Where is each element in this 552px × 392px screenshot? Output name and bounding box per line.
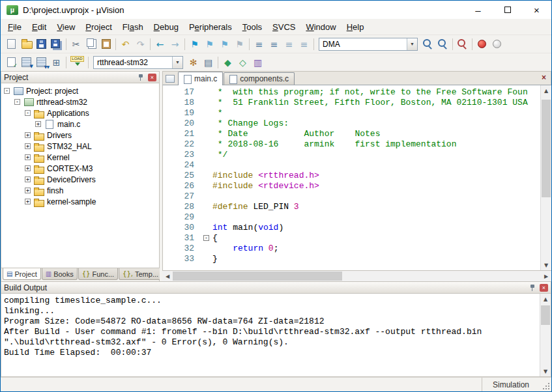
line-number[interactable]: 31 <box>163 233 202 244</box>
panel-tab-func[interactable]: {}Func... <box>78 268 118 280</box>
build-vscroll-track[interactable] <box>540 304 551 366</box>
code-line[interactable]: 21 * Date Author Notes <box>163 129 540 139</box>
line-number[interactable]: 21 <box>163 129 202 139</box>
editor-hscroll-thumb[interactable] <box>173 272 342 281</box>
rebuild-icon[interactable] <box>34 55 49 69</box>
expand-icon[interactable]: + <box>25 165 31 171</box>
document-windows-icon[interactable] <box>166 75 175 83</box>
close-icon[interactable]: × <box>540 284 548 292</box>
fold-collapse-icon[interactable]: - <box>203 235 209 241</box>
minimize-button[interactable]: – <box>463 1 493 19</box>
code-editor[interactable]: 17 * with this program; if not, write to… <box>163 85 540 270</box>
next-bookmark-icon[interactable]: ⚑ <box>217 37 232 51</box>
line-number[interactable]: 24 <box>163 160 202 171</box>
collapse-icon[interactable]: - <box>14 99 20 105</box>
project-tree[interactable]: -Project: project-rtthread-stm32-Applica… <box>1 83 160 268</box>
indent-left-icon[interactable]: ≡ <box>252 37 267 51</box>
panel-tab-books[interactable]: ▥Books <box>42 268 78 280</box>
undo-icon[interactable]: ↶ <box>118 37 133 51</box>
menu-item-flash[interactable]: Flash <box>117 21 149 33</box>
editor-tab-components-c[interactable]: components.c <box>224 72 295 85</box>
scroll-down-icon[interactable]: ▼ <box>540 366 551 376</box>
editor-vertical-scrollbar[interactable]: ▲ ▼ <box>540 85 551 270</box>
tree-item-stm32-hal[interactable]: +STM32_HAL <box>1 141 159 152</box>
scroll-left-icon[interactable]: ◀ <box>162 271 173 281</box>
tree-item-drivers[interactable]: +Drivers <box>1 130 159 141</box>
expand-icon[interactable]: + <box>25 132 31 138</box>
code-line[interactable]: 33} <box>163 254 540 264</box>
build-vscroll-thumb[interactable] <box>541 305 550 325</box>
code-line[interactable]: 28#define LED_PIN 3 <box>163 202 540 212</box>
open-file-icon[interactable] <box>19 37 34 51</box>
uncomment-selection-icon[interactable]: ≡ <box>297 37 312 51</box>
translate-file-icon[interactable] <box>4 55 19 69</box>
menu-item-edit[interactable]: Edit <box>27 21 51 33</box>
breakpoint-icon[interactable] <box>474 37 489 51</box>
line-number[interactable]: 25 <box>163 171 202 181</box>
code-line[interactable]: 31-{ <box>163 233 540 244</box>
batch-build-icon[interactable]: ⊞ <box>49 55 64 69</box>
editor-hscroll-track[interactable] <box>173 271 541 281</box>
menu-item-peripherals[interactable]: Peripherals <box>184 21 237 33</box>
close-button[interactable]: × <box>522 1 551 19</box>
line-number[interactable]: 20 <box>163 119 202 129</box>
line-number[interactable]: 18 <box>163 98 202 108</box>
find-icon[interactable] <box>435 37 450 51</box>
build-output-panel[interactable]: compiling timeslice_sample.c...linking..… <box>1 294 551 377</box>
collapse-icon[interactable]: - <box>4 88 10 94</box>
menu-item-debug[interactable]: Debug <box>149 21 184 33</box>
line-number[interactable]: 33 <box>163 254 202 264</box>
menu-item-project[interactable]: Project <box>80 21 117 33</box>
tree-item-kernel[interactable]: +Kernel <box>1 152 159 163</box>
scroll-right-icon[interactable]: ▶ <box>541 271 551 281</box>
disable-breakpoint-icon[interactable] <box>489 37 504 51</box>
navigate-forward-icon[interactable]: → <box>167 37 182 51</box>
pin-icon[interactable] <box>529 284 536 292</box>
expand-icon[interactable]: + <box>25 176 31 182</box>
build-output-scrollbar[interactable]: ▲ ▼ <box>540 294 551 376</box>
save-icon[interactable] <box>34 37 49 51</box>
tree-item-project-project[interactable]: -Project: project <box>1 85 159 96</box>
tree-item-rtthread-stm32[interactable]: -rtthread-stm32 <box>1 96 159 107</box>
comment-selection-icon[interactable]: ≡ <box>282 37 297 51</box>
line-number[interactable]: 27 <box>163 191 202 202</box>
menu-item-tools[interactable]: Tools <box>237 21 267 33</box>
cut-icon[interactable]: ✂ <box>68 37 83 51</box>
close-icon[interactable]: × <box>148 74 156 81</box>
collapse-icon[interactable]: - <box>25 110 31 116</box>
redo-icon[interactable]: ↷ <box>133 37 148 51</box>
code-line[interactable]: 25#include <rtthread.h> <box>163 171 540 181</box>
build-icon[interactable] <box>19 55 34 69</box>
search-combo[interactable]: DMA ▼ <box>319 38 418 51</box>
expand-icon[interactable]: + <box>35 121 41 127</box>
insert-bookmark-icon[interactable]: ⚑ <box>187 37 202 51</box>
expand-icon[interactable]: + <box>25 154 31 160</box>
scroll-up-icon[interactable]: ▲ <box>540 294 551 304</box>
flash-download-icon[interactable]: LOAD <box>68 55 86 69</box>
editor-vscroll-thumb[interactable] <box>542 100 551 197</box>
indent-right-icon[interactable]: ≡ <box>267 37 282 51</box>
save-all-icon[interactable] <box>49 37 64 51</box>
close-file-icon[interactable]: × <box>542 73 546 82</box>
code-line[interactable]: 32 return 0; <box>163 244 540 254</box>
pack-installer-icon[interactable]: ◇ <box>235 55 250 69</box>
paste-icon[interactable] <box>98 37 113 51</box>
editor-horizontal-scrollbar[interactable]: ◀ ▶ <box>162 270 551 281</box>
code-line[interactable]: 17 * with this program; if not, write to… <box>163 87 540 98</box>
code-line[interactable]: 23 */ <box>163 150 540 160</box>
target-combo-dropdown-icon[interactable]: ▼ <box>172 57 182 68</box>
code-line[interactable]: 22 * 2018-08-16 armink first implementat… <box>163 139 540 150</box>
search-icon[interactable] <box>455 37 470 51</box>
tree-item-kernel-sample[interactable]: +kernel-sample <box>1 196 159 207</box>
copy-icon[interactable] <box>83 37 98 51</box>
code-line[interactable]: 18 * 51 Franklin Street, Fifth Floor, Bo… <box>163 98 540 108</box>
manage-rte-icon[interactable]: ◆ <box>220 55 235 69</box>
new-file-icon[interactable] <box>4 37 19 51</box>
tree-item-devicedrivers[interactable]: +DeviceDrivers <box>1 174 159 185</box>
clear-bookmarks-icon[interactable]: ⚑ <box>232 37 247 51</box>
books-icon[interactable]: ▥ <box>250 55 265 69</box>
menu-item-view[interactable]: View <box>51 21 80 33</box>
code-line[interactable]: 19 * <box>163 108 540 119</box>
panel-tab-temp[interactable]: {},Temp... <box>119 268 162 280</box>
code-line[interactable]: 27 <box>163 191 540 202</box>
